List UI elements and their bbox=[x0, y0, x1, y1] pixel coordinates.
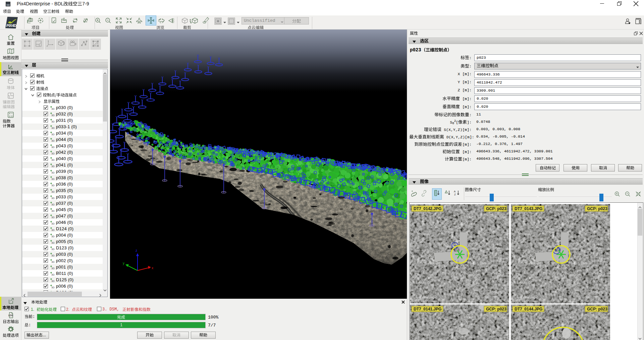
svg-text:3D: 3D bbox=[51, 158, 55, 161]
svg-text:3D: 3D bbox=[51, 286, 55, 289]
svg-text:DT7_0144.JPG: DT7_0144.JPG bbox=[515, 307, 542, 311]
svg-text:PIX4D: PIX4D bbox=[6, 23, 16, 28]
svg-text:3D: 3D bbox=[51, 273, 55, 276]
svg-text:GCP: p023: GCP: p023 bbox=[486, 307, 506, 311]
svg-text:3D: 3D bbox=[51, 127, 55, 130]
svg-text:3D: 3D bbox=[51, 222, 55, 225]
svg-text:GCP: p023: GCP: p023 bbox=[587, 307, 607, 311]
svg-text:3D: 3D bbox=[51, 107, 55, 110]
svg-text:3D: 3D bbox=[51, 209, 55, 212]
svg-text:3D: 3D bbox=[51, 248, 55, 251]
svg-text:A: A bbox=[454, 190, 456, 193]
svg-text:3D: 3D bbox=[51, 120, 55, 123]
svg-text:DT7_0142.JPG: DT7_0142.JPG bbox=[414, 206, 441, 211]
svg-text:3D: 3D bbox=[51, 197, 55, 200]
svg-text:z: z bbox=[136, 249, 137, 252]
svg-text:3D: 3D bbox=[51, 133, 55, 136]
svg-text:3D: 3D bbox=[51, 254, 55, 257]
svg-text:3D: 3D bbox=[51, 229, 55, 232]
svg-text:3D: 3D bbox=[51, 267, 55, 270]
svg-text:3D: 3D bbox=[51, 146, 55, 149]
svg-text:x: x bbox=[152, 266, 153, 270]
svg-text:DT7_0141.JPG: DT7_0141.JPG bbox=[414, 307, 441, 311]
svg-text:LOG: LOG bbox=[8, 314, 13, 317]
svg-text:3D: 3D bbox=[51, 260, 55, 263]
svg-text:3D: 3D bbox=[51, 216, 55, 219]
svg-text:Z: Z bbox=[454, 193, 456, 196]
svg-text:3D: 3D bbox=[51, 165, 55, 168]
svg-text:3D: 3D bbox=[51, 152, 55, 155]
svg-text:DT7_0143.JPG: DT7_0143.JPG bbox=[515, 206, 542, 211]
svg-text:3D: 3D bbox=[51, 139, 55, 142]
svg-text:3D: 3D bbox=[51, 235, 55, 238]
svg-text:3D: 3D bbox=[51, 114, 55, 117]
svg-text:y: y bbox=[123, 261, 124, 265]
svg-text:3D: 3D bbox=[51, 184, 55, 187]
svg-text:3D: 3D bbox=[51, 203, 55, 206]
svg-text:3D: 3D bbox=[51, 178, 55, 181]
svg-text:GCP: p023: GCP: p023 bbox=[486, 206, 506, 211]
svg-text:GCP: p023: GCP: p023 bbox=[587, 206, 607, 211]
svg-text:3D: 3D bbox=[51, 241, 55, 244]
svg-text:3D: 3D bbox=[51, 171, 55, 174]
svg-text:3D: 3D bbox=[51, 190, 55, 193]
svg-text:3D: 3D bbox=[51, 280, 55, 283]
